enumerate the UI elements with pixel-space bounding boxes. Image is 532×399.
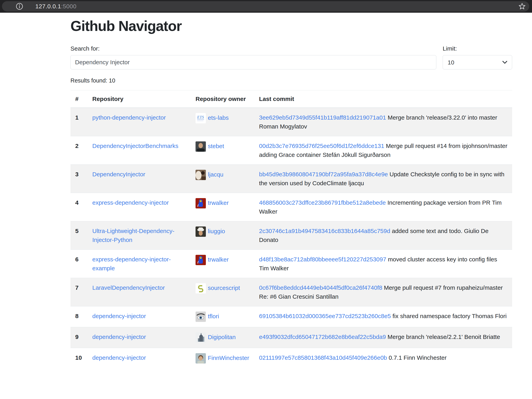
row-number: 1 xyxy=(70,108,88,136)
row-number: 6 xyxy=(70,250,88,278)
results-table: # Repository Repository owner Last commi… xyxy=(70,90,512,369)
col-header-owner: Repository owner xyxy=(191,90,254,108)
commit-hash-link[interactable]: 0c67f6be8eddcd4449eb4044f5df0ca26f4740f8 xyxy=(259,284,382,291)
table-row: 8 dependency-injector tflori 69105384b61… xyxy=(70,306,512,327)
browser-bar: 127.0.0.1:5000 xyxy=(0,0,532,13)
results-count: Results found: 10 xyxy=(70,77,512,84)
svg-text:ETS: ETS xyxy=(197,115,204,119)
owner-link[interactable]: trwalker xyxy=(208,256,229,263)
limit-select[interactable]: 10 xyxy=(443,55,512,69)
table-row: 7 LaravelDependencyInjector sourcescript… xyxy=(70,278,512,306)
commit-hash-link[interactable]: 2c30746c1a91b4947583416c833b1644a85c759d xyxy=(259,228,390,234)
commit-hash-link[interactable]: 3ee629eb5d7349d55f41b119aff81dd219071a01 xyxy=(259,114,386,121)
owner-link[interactable]: ljacqu xyxy=(208,171,223,178)
repo-link[interactable]: express-dependency-injector-example xyxy=(92,256,171,271)
owner-link[interactable]: sourcescript xyxy=(208,285,240,291)
col-header-num: # xyxy=(70,90,88,108)
table-row: 3 DependencyInjector ljacqu bb45d9e3b986… xyxy=(70,165,512,193)
avatar-finnwinchester-photo xyxy=(196,353,206,363)
url-host: 127.0.0.1 xyxy=(35,3,61,10)
url-bar[interactable]: 127.0.0.1:5000 xyxy=(2,1,529,12)
search-controls: Search for: Limit: 10 xyxy=(70,45,512,69)
search-group: Search for: xyxy=(70,45,436,69)
commit-hash-link[interactable]: d48f13be8ac712abf80bbeeee5f120227d253097 xyxy=(259,256,386,263)
table-row: 9 dependency-injector Digipolitan e493f9… xyxy=(70,327,512,348)
repo-link[interactable]: dependency-injector xyxy=(92,334,146,340)
repo-link[interactable]: dependency-injector xyxy=(92,354,146,361)
row-number: 2 xyxy=(70,136,88,165)
commit-hash-link[interactable]: e493f9032dfcd65047172b682e8b6eaf22c5bda9 xyxy=(259,334,386,340)
avatar-stebet-photo xyxy=(196,141,206,152)
row-number: 8 xyxy=(70,306,88,327)
owner-link[interactable]: trwalker xyxy=(208,199,229,206)
owner-link[interactable]: ets-labs xyxy=(208,114,229,121)
url-port: :5000 xyxy=(61,3,77,10)
row-number: 4 xyxy=(70,193,88,221)
table-row: 4 express-dependency-injector trwalker 4… xyxy=(70,193,512,221)
avatar-trwalker-lego xyxy=(196,255,206,265)
avatar-ljacqu-photo xyxy=(196,170,206,180)
url-text: 127.0.0.1:5000 xyxy=(35,3,76,10)
search-label: Search for: xyxy=(70,45,436,52)
commit-message: 0.7.1 Finn Winchester xyxy=(389,354,447,361)
limit-group: Limit: 10 xyxy=(443,45,512,69)
owner-link[interactable]: stebet xyxy=(208,143,224,149)
avatar-digipolitan-building-logo xyxy=(196,332,206,343)
avatar-sourcescript-logo xyxy=(196,283,206,294)
commit-hash-link[interactable]: 69105384b61032d000365ee737cd2523b260c8e5 xyxy=(259,313,391,319)
commit-hash-link[interactable]: bb45d9e3b98608047190bf72a95fa9a37d8c4e9e xyxy=(259,171,388,178)
commit-hash-link[interactable]: 00d2b3c7e76935d76f25ee50f6d1f2ef6ddce131 xyxy=(259,143,384,149)
table-row: 10 dependency-injector FinnWinchester 02… xyxy=(70,348,512,369)
search-input[interactable] xyxy=(70,55,436,69)
commit-hash-link[interactable]: 468856003c273dffce23b86791fbbe512a8ebede xyxy=(259,199,386,206)
col-header-repository: Repository xyxy=(88,90,191,108)
avatar-liuggio-photo xyxy=(196,227,206,237)
avatar-tflori-eye-photo xyxy=(196,312,206,322)
repo-link[interactable]: Ultra-Lightweight-Dependency-Injector-Py… xyxy=(92,228,175,243)
owner-link[interactable]: liuggio xyxy=(208,228,225,234)
repo-link[interactable]: LaravelDependencyInjector xyxy=(92,284,165,291)
owner-link[interactable]: Digipolitan xyxy=(208,334,236,340)
info-icon[interactable] xyxy=(15,2,23,10)
main-content: Github Navigator Search for: Limit: 10 R… xyxy=(70,18,512,369)
table-row: 1 python-dependency-injector ETS ets-lab… xyxy=(70,108,512,136)
page-title: Github Navigator xyxy=(70,18,512,34)
table-row: 2 DependencyInjectorBenchmarks stebet 00… xyxy=(70,136,512,165)
col-header-last-commit: Last commit xyxy=(254,90,512,108)
repo-link[interactable]: python-dependency-injector xyxy=(92,114,166,121)
owner-link[interactable]: FinnWinchester xyxy=(208,355,249,361)
commit-hash-link[interactable]: 02111997e57c85801368f43a10d45f409e266e0b xyxy=(259,354,387,361)
star-icon[interactable] xyxy=(518,2,526,10)
row-number: 9 xyxy=(70,327,88,348)
avatar-ets-labs-logo: ETS xyxy=(196,113,206,123)
row-number: 5 xyxy=(70,221,88,250)
repo-link[interactable]: DependencyInjector xyxy=(92,171,145,178)
row-number: 7 xyxy=(70,278,88,306)
row-number: 3 xyxy=(70,165,88,193)
table-row: 6 express-dependency-injector-example tr… xyxy=(70,250,512,278)
commit-message: Merge branch 'release/2.2.1' Benoit Bria… xyxy=(387,334,500,340)
repo-link[interactable]: dependency-injector xyxy=(92,313,146,319)
avatar-trwalker-lego xyxy=(196,198,206,209)
commit-message: fix shared namespace factory Thomas Flor… xyxy=(393,313,507,319)
repo-link[interactable]: express-dependency-injector xyxy=(92,199,169,206)
table-header-row: # Repository Repository owner Last commi… xyxy=(70,90,512,108)
limit-label: Limit: xyxy=(443,45,512,52)
table-row: 5 Ultra-Lightweight-Dependency-Injector-… xyxy=(70,221,512,250)
row-number: 10 xyxy=(70,348,88,369)
owner-link[interactable]: tflori xyxy=(208,313,219,319)
repo-link[interactable]: DependencyInjectorBenchmarks xyxy=(92,143,178,149)
